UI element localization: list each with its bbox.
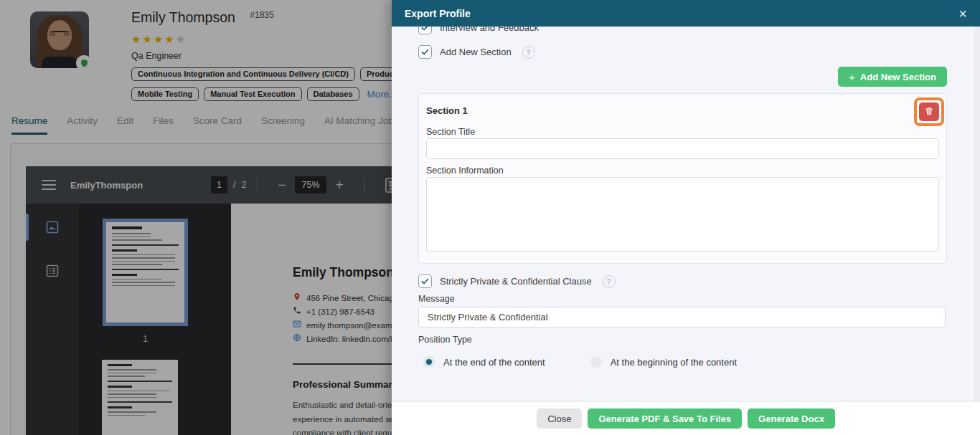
radio-label: At the beginning of the content <box>611 357 737 368</box>
section-title-input[interactable] <box>426 138 939 159</box>
add-new-section-button-label: Add New Section <box>860 72 936 82</box>
checkbox-label: Interview and Feedback <box>440 27 539 33</box>
radio-unselected-icon[interactable] <box>590 356 602 368</box>
section-1-card: Section 1 Section Title Section Informat… <box>418 93 947 264</box>
modal-header: Export Profile × <box>392 0 980 27</box>
modal-footer: Close Generate PDF & Save To Files Gener… <box>392 401 980 435</box>
radio-selected-icon[interactable] <box>423 356 435 368</box>
radio-label: At the end of the content <box>443 357 545 368</box>
help-icon[interactable]: ? <box>603 275 616 288</box>
section-information-label: Section Information <box>426 166 504 176</box>
message-input[interactable] <box>418 307 946 328</box>
plus-icon: + <box>849 71 855 83</box>
screen: Emily Thompson #1835 ★★★★★ Qa Engineer C… <box>0 0 980 435</box>
checkbox-label: Add New Section <box>440 47 512 57</box>
delete-section-highlight <box>914 97 944 126</box>
help-icon[interactable]: ? <box>522 46 535 59</box>
add-new-section-option[interactable]: Add New Section ? <box>418 45 535 59</box>
checkbox-checked-icon[interactable] <box>418 274 432 288</box>
section-heading: Section 1 <box>426 105 468 116</box>
trash-icon <box>924 106 934 118</box>
radio-beginning-of-content[interactable]: At the beginning of the content <box>590 356 737 368</box>
section-information-textarea[interactable] <box>426 177 939 252</box>
modal-scrollbar[interactable] <box>974 27 980 401</box>
checkbox-label: Strictly Private & Confidential Clause <box>440 276 592 287</box>
position-type-radio-group: At the end of the content At the beginni… <box>423 356 737 368</box>
radio-end-of-content[interactable]: At the end of the content <box>423 356 545 368</box>
modal-body: Interview and Feedback Add New Section ?… <box>392 27 980 401</box>
message-label: Message <box>418 294 455 304</box>
interview-feedback-option[interactable]: Interview and Feedback <box>418 27 539 34</box>
add-new-section-button[interactable]: + Add New Section <box>838 67 947 87</box>
generate-docx-button[interactable]: Generate Docx <box>748 408 835 429</box>
confidential-clause-option[interactable]: Strictly Private & Confidential Clause ? <box>418 274 616 288</box>
checkbox-checked-icon[interactable] <box>418 27 432 34</box>
close-icon[interactable]: × <box>958 6 967 21</box>
position-type-label: Position Type <box>418 335 472 345</box>
section-title-label: Section Title <box>426 127 475 137</box>
modal-title: Export Profile <box>405 8 471 19</box>
close-button[interactable]: Close <box>537 408 582 429</box>
generate-pdf-button[interactable]: Generate PDF & Save To Files <box>588 408 742 429</box>
export-profile-modal: Export Profile × Interview and Feedback … <box>392 0 980 435</box>
checkbox-checked-icon[interactable] <box>418 45 432 59</box>
delete-section-button[interactable] <box>919 102 939 121</box>
